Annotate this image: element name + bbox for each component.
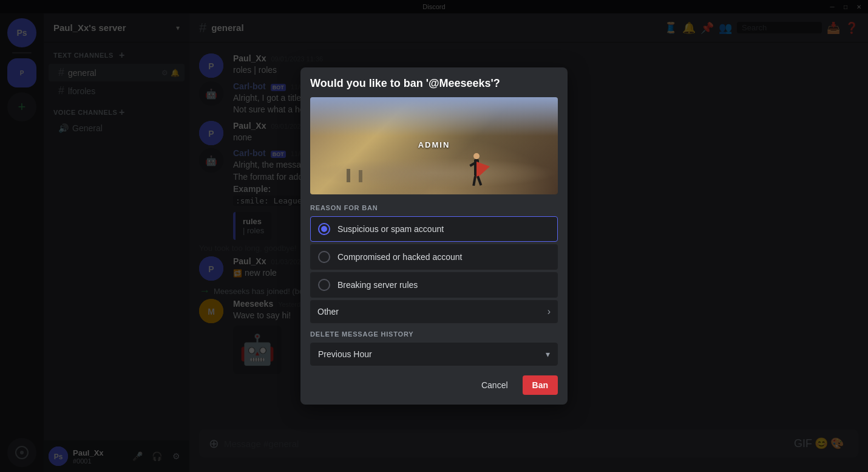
ban-modal: Would you like to ban '@Meeseeks'?: [300, 67, 568, 405]
hacked-radio-button[interactable]: [318, 251, 330, 263]
delete-dropdown-value: Previous Hour: [318, 349, 546, 359]
admin-label: ADMIN: [418, 140, 450, 149]
figure: [474, 159, 479, 176]
modal-overlay: Would you like to ban '@Meeseeks'?: [0, 0, 868, 472]
reason-rules-option[interactable]: Breaking server rules: [310, 272, 558, 298]
reason-spam-option[interactable]: Suspicious or spam account: [310, 216, 558, 242]
other-option-label: Other: [317, 307, 548, 316]
modal-title: Would you like to ban '@Meeseeks'?: [300, 67, 568, 97]
app-layout: Ps P + Paul_Xx's server ▾ Text Cha: [0, 13, 868, 472]
spam-radio-button[interactable]: [318, 223, 330, 235]
figure-head: [473, 153, 480, 159]
modal-image: ADMIN: [310, 97, 558, 194]
delete-history-label: DELETE MESSAGE HISTORY: [310, 330, 558, 338]
other-chevron-icon: ›: [548, 306, 551, 317]
reason-other-option[interactable]: Other ›: [310, 300, 558, 323]
dropdown-chevron-icon: ▾: [546, 349, 550, 359]
cancel-button[interactable]: Cancel: [472, 375, 518, 395]
reason-for-ban-label: REASON FOR BAN: [300, 194, 568, 216]
rules-radio-button[interactable]: [318, 279, 330, 291]
bg-figures-2: [359, 170, 362, 182]
figure-torso: [474, 159, 479, 176]
bg-figures: [347, 169, 350, 182]
ban-button[interactable]: Ban: [523, 375, 558, 395]
rules-radio-label: Breaking server rules: [337, 280, 418, 290]
reason-hacked-option[interactable]: Compromised or hacked account: [310, 244, 558, 270]
sky: [310, 97, 558, 136]
delete-history-section: DELETE MESSAGE HISTORY Previous Hour ▾: [300, 330, 568, 366]
modal-footer: Cancel Ban: [300, 366, 568, 405]
delete-history-dropdown[interactable]: Previous Hour ▾: [310, 343, 558, 366]
spam-radio-label: Suspicious or spam account: [337, 224, 444, 234]
hacked-radio-label: Compromised or hacked account: [337, 252, 462, 262]
